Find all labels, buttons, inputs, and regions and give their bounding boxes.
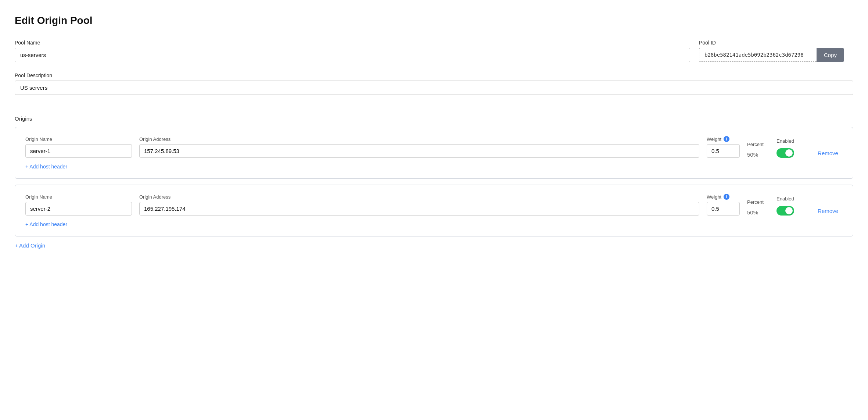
pool-description-label: Pool Description [15,72,853,78]
copy-button[interactable]: Copy [817,48,844,62]
origins-section-label: Origins [15,115,853,122]
page-title: Edit Origin Pool [15,15,853,26]
pool-name-input[interactable] [15,48,690,62]
weight-info-icon-1: i [724,136,729,142]
origin-address-label-1: Origin Address [139,136,699,142]
weight-label-1: Weight [707,136,721,142]
pool-description-input[interactable] [15,81,853,95]
percent-value-2: 50% [747,207,769,216]
origin-name-label-2: Origin Name [25,194,132,200]
percent-value-1: 50% [747,149,769,158]
weight-input-1[interactable] [707,144,740,158]
enabled-toggle-1[interactable] [776,148,794,158]
remove-button-2[interactable]: Remove [813,208,843,214]
percent-label-2: Percent [747,199,769,205]
weight-label-2: Weight [707,194,721,200]
percent-label-1: Percent [747,142,769,147]
pool-name-label: Pool Name [15,40,690,46]
origin-card-2: Origin Name Origin Address Weight i Perc… [15,185,853,236]
origin-address-label-2: Origin Address [139,194,699,200]
origin-address-input-1[interactable] [139,144,699,158]
add-host-header-button-1[interactable]: + Add host header [25,164,67,170]
origin-name-input-2[interactable] [25,202,132,216]
remove-button-1[interactable]: Remove [813,150,843,156]
origin-card-1: Origin Name Origin Address Weight i Perc… [15,127,853,179]
pool-id-value: b28be582141ade5b092b2362c3d67298 [699,48,817,62]
origin-name-input-1[interactable] [25,144,132,158]
add-origin-button[interactable]: + Add Origin [15,242,45,249]
add-host-header-button-2[interactable]: + Add host header [25,221,67,227]
pool-id-label: Pool ID [699,40,853,46]
weight-input-2[interactable] [707,202,740,216]
enabled-toggle-2[interactable] [776,206,794,216]
origin-address-input-2[interactable] [139,202,699,216]
weight-info-icon-2: i [724,194,729,200]
enabled-label-2: Enabled [776,196,806,202]
enabled-label-1: Enabled [776,138,806,144]
origin-name-label-1: Origin Name [25,136,132,142]
